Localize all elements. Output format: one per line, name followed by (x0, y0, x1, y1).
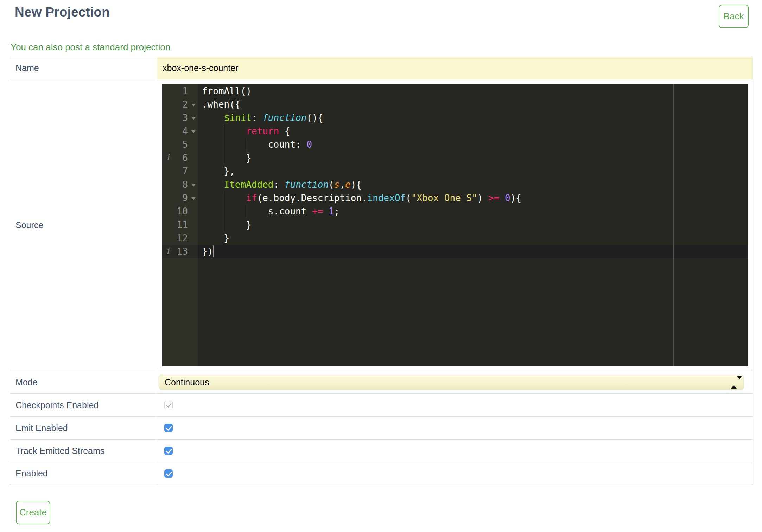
code-token: 0 (306, 139, 312, 150)
code-token: }, (202, 166, 235, 177)
code-token (202, 113, 224, 123)
gutter-row: i13 (162, 245, 198, 258)
line-number: 7 (162, 165, 198, 178)
code-line: } (198, 151, 748, 165)
enabled-label: Enabled (10, 462, 157, 485)
track-value-cell (157, 440, 753, 462)
gutter-row: 11 (162, 218, 198, 231)
fold-toggle-icon[interactable] (191, 130, 196, 133)
name-row: Name (10, 57, 753, 79)
code-line: if(e.body.Description.indexOf("Xbox One … (198, 191, 748, 205)
code-token: s.count (202, 206, 312, 217)
mode-select[interactable]: Continuous (159, 375, 744, 390)
code-token: .when (202, 99, 229, 110)
projection-name-input[interactable] (157, 57, 753, 79)
code-token: (){ (306, 113, 323, 123)
create-button[interactable]: Create (16, 501, 50, 524)
code-line: }) (198, 245, 748, 258)
fold-toggle-icon[interactable] (191, 104, 196, 107)
source-row: Source 12345i6789101112i13 fromAll().whe… (10, 79, 753, 371)
gutter-row: 9 (162, 191, 198, 205)
gutter-row: 10 (162, 205, 198, 218)
editor-code-lines: fromAll().when({ $init: function(){ retu… (198, 84, 748, 258)
code-token: , (339, 179, 345, 190)
fold-toggle-icon[interactable] (191, 184, 196, 187)
code-line: } (198, 218, 748, 231)
code-token: ItemAdded (224, 179, 274, 190)
fold-toggle-icon[interactable] (191, 197, 196, 200)
new-projection-page: New Projection Back You can also post a … (0, 0, 762, 532)
code-token: ( (406, 193, 411, 203)
code-token: function (262, 113, 306, 123)
code-token (323, 206, 329, 217)
code-line: $init: function(){ (198, 111, 748, 124)
code-token: } (202, 219, 252, 230)
source-value-cell: 12345i6789101112i13 fromAll().when({ $in… (157, 79, 753, 371)
enabled-row: Enabled (10, 462, 753, 485)
checkpoints-checkbox (164, 401, 173, 409)
code-token: : (252, 113, 262, 123)
editor-gutter-lines: 12345i6789101112i13 (162, 84, 198, 258)
gutter-row: 8 (162, 178, 198, 191)
code-token (202, 193, 246, 203)
code-token: fromAll() (202, 86, 252, 96)
source-code-editor[interactable]: 12345i6789101112i13 fromAll().when({ $in… (162, 84, 748, 366)
emit-label: Emit Enabled (10, 417, 157, 439)
code-token: indexOf (367, 193, 406, 203)
code-line: .when({ (198, 98, 748, 111)
line-number: 12 (162, 231, 198, 245)
code-line: fromAll() (198, 84, 748, 98)
code-line: } (198, 231, 748, 245)
code-token: s (334, 179, 340, 190)
code-token: $init (224, 113, 252, 123)
code-token: "Xbox One S" (411, 193, 477, 203)
mode-row: Mode Continuous (10, 371, 753, 394)
track-label: Track Emitted Streams (10, 440, 157, 462)
gutter-row: i6 (162, 151, 198, 165)
code-token: ( (329, 179, 334, 190)
code-token: (e.body.Description. (257, 193, 367, 203)
gutter-row: 12 (162, 231, 198, 245)
code-token: { (235, 99, 241, 110)
projection-form: Name Source 12345i6789101112i13 from (10, 57, 753, 485)
enabled-checkbox[interactable] (164, 469, 173, 478)
standard-projection-link[interactable]: You can also post a standard projection (11, 42, 170, 53)
code-token: += (312, 206, 323, 217)
code-token: if (246, 193, 257, 203)
mode-value-cell: Continuous (157, 371, 753, 393)
emit-row: Emit Enabled (10, 417, 753, 440)
name-label: Name (10, 57, 157, 79)
back-button[interactable]: Back (719, 5, 749, 28)
mode-selected-value: Continuous (159, 377, 209, 387)
code-token (499, 193, 505, 203)
code-line: s.count += 1; (198, 205, 748, 218)
code-line: ItemAdded: function(s,e){ (198, 178, 748, 191)
code-token: { (279, 126, 290, 136)
code-token: 0 (505, 193, 510, 203)
info-annotation-icon: i (166, 151, 169, 165)
code-token: >= (488, 193, 499, 203)
gutter-row: 3 (162, 111, 198, 124)
code-token: ) (477, 193, 488, 203)
code-token: return (246, 126, 279, 136)
code-token: e (345, 179, 351, 190)
emit-value-cell (157, 417, 753, 439)
code-token: 1 (329, 206, 334, 217)
name-value-cell (157, 57, 753, 79)
checkpoints-row: Checkpoints Enabled (10, 394, 753, 417)
fold-toggle-icon[interactable] (191, 117, 196, 120)
track-checkbox[interactable] (164, 447, 173, 455)
gutter-row: 5 (162, 138, 198, 151)
source-label: Source (10, 79, 157, 371)
gutter-row: 4 (162, 124, 198, 138)
select-stepper-icon (731, 379, 738, 385)
emit-checkbox[interactable] (164, 424, 173, 432)
code-line: return { (198, 124, 748, 138)
line-number: 1 (162, 84, 198, 98)
gutter-row: 7 (162, 165, 198, 178)
enabled-value-cell (157, 462, 753, 485)
gutter-row: 1 (162, 84, 198, 98)
line-number: 11 (162, 218, 198, 231)
line-number: 5 (162, 138, 198, 151)
code-token (202, 179, 224, 190)
